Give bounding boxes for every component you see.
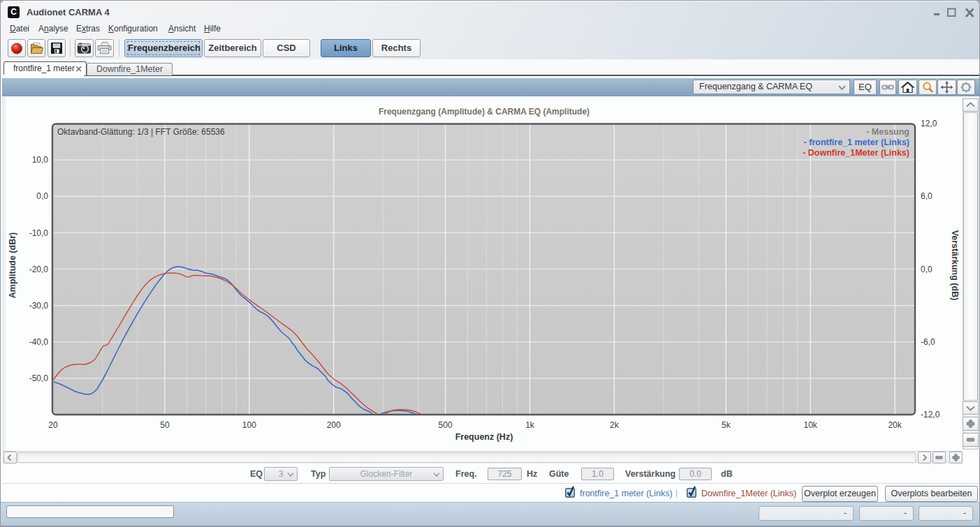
svg-text:12,0: 12,0 xyxy=(921,119,937,128)
svg-text:6,0: 6,0 xyxy=(921,191,933,201)
svg-text:20k: 20k xyxy=(888,420,902,430)
svg-text:0,0: 0,0 xyxy=(36,191,48,201)
svg-text:-20,0: -20,0 xyxy=(29,265,49,274)
svg-text:200: 200 xyxy=(327,420,341,430)
svg-text:-6,0: -6,0 xyxy=(921,337,935,347)
svg-text:100: 100 xyxy=(242,420,256,430)
svg-text:- frontfire_1 meter (Links): - frontfire_1 meter (Links) xyxy=(804,138,909,147)
svg-text:-40,0: -40,0 xyxy=(29,337,49,347)
svg-text:-10,0: -10,0 xyxy=(29,228,49,238)
svg-text:50: 50 xyxy=(160,420,170,430)
svg-text:-50,0: -50,0 xyxy=(29,373,49,383)
svg-text:500: 500 xyxy=(439,420,453,430)
svg-text:- Messung: - Messung xyxy=(866,127,909,137)
svg-text:- Downfire_1Meter (Links): - Downfire_1Meter (Links) xyxy=(803,148,909,158)
svg-text:2k: 2k xyxy=(610,420,620,430)
svg-text:5k: 5k xyxy=(722,420,731,430)
svg-text:10k: 10k xyxy=(804,420,818,430)
svg-text:Verstärkung (dB): Verstärkung (dB) xyxy=(950,230,960,301)
svg-text:-12,0: -12,0 xyxy=(921,410,940,420)
svg-text:10,0: 10,0 xyxy=(32,155,49,165)
svg-text:Frequenz (Hz): Frequenz (Hz) xyxy=(455,432,513,442)
svg-text:20: 20 xyxy=(48,420,58,430)
svg-text:-30,0: -30,0 xyxy=(29,301,49,311)
svg-text:1k: 1k xyxy=(525,420,535,430)
svg-text:Frequenzgang (Amplitude) & CAR: Frequenzgang (Amplitude) & CARMA EQ (Amp… xyxy=(379,107,590,117)
svg-text:Oktavband-Glättung: 1/3 | FFT: Oktavband-Glättung: 1/3 | FFT Größe: 655… xyxy=(57,127,225,137)
svg-text:Amplitude (dBr): Amplitude (dBr) xyxy=(8,232,17,298)
svg-text:0,0: 0,0 xyxy=(921,265,933,274)
